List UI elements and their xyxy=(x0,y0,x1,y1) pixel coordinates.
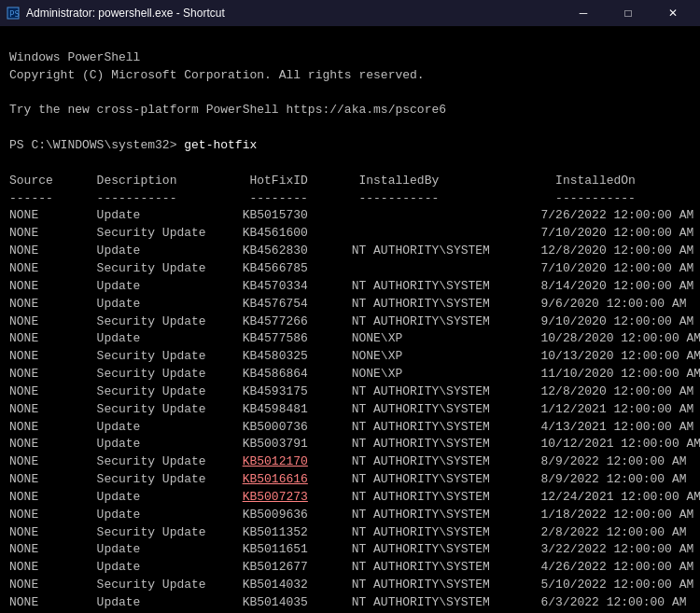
window-title: Administrator: powershell.exe - Shortcut xyxy=(26,7,225,20)
title-bar: PS Administrator: powershell.exe - Short… xyxy=(0,0,700,26)
maximize-button[interactable]: □ xyxy=(607,0,650,26)
console-window: Windows PowerShell Copyright (C) Microso… xyxy=(0,26,700,613)
minimize-button[interactable]: ─ xyxy=(562,0,605,26)
close-button[interactable]: ✕ xyxy=(651,0,694,26)
svg-text:PS: PS xyxy=(9,9,20,19)
title-bar-icon: PS xyxy=(6,6,21,21)
